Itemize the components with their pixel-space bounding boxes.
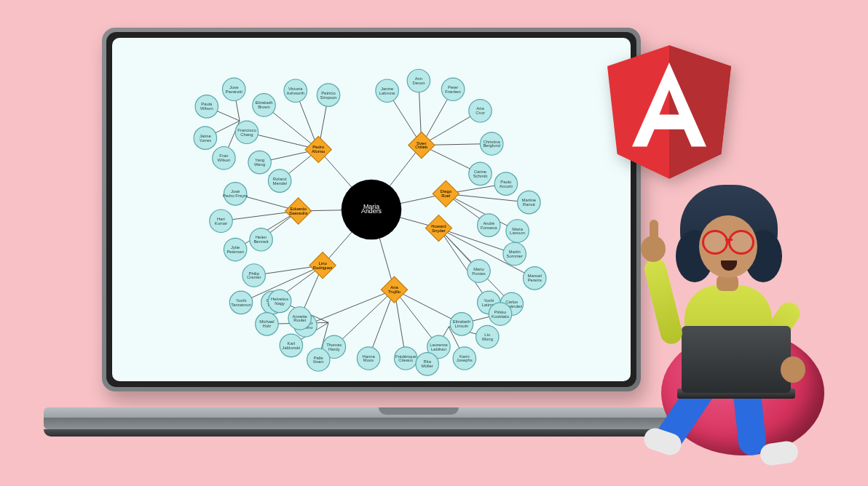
diagram-hub-label: PedroAfonso — [312, 145, 326, 154]
screen-bezel: MariaAndersPedroAfonsoElizabethBrownVict… — [106, 32, 636, 387]
diagram-panel: MariaAndersPedroAfonsoElizabethBrownVict… — [112, 38, 631, 381]
diagram-leaf-label: YangWang — [254, 158, 265, 167]
character-hand-pointing — [641, 236, 666, 262]
diagram-leaf-label: PatricioSimpson — [320, 90, 337, 99]
laptop-screen-shell: MariaAndersPedroAfonsoElizabethBrownVict… — [102, 28, 641, 391]
illustration-stage: MariaAndersPedroAfonsoElizabethBrownVict… — [0, 0, 868, 486]
diagram-leaf-label: MartineRancé — [522, 198, 537, 207]
diagram-leaf-label: JanineLabrune — [379, 86, 395, 95]
diagram-leaf-label: MarioPontes — [472, 266, 485, 275]
diagram-leaf-label: ManuelPereira — [528, 274, 542, 282]
diagram-leaf-label: MariaLarsson — [510, 226, 525, 235]
diagram-leaf-label: ElizabethLincoln — [453, 319, 470, 328]
diagram-hub-label: HowardSnyder — [431, 223, 446, 232]
diagram-leaf-label: HelenBennett — [253, 235, 269, 244]
character-hand — [781, 356, 805, 383]
laptop-device: MariaAndersPedroAfonsoElizabethBrownVict… — [73, 28, 670, 464]
diagram-hub-label: SvenOttlieb — [415, 140, 428, 149]
diagram-leaf-label: LaurenceLebihan — [430, 342, 448, 351]
diagram-leaf-label: PaulaWilson — [200, 102, 213, 111]
diagram-leaf-label: AriaCruz — [476, 106, 484, 115]
diagram-leaf-label: VictoriaAshworth — [286, 86, 304, 95]
diagram-leaf-label: MartinSommer — [507, 250, 523, 258]
diagram-leaf-label: PalleIbsen — [313, 355, 323, 364]
glasses-icon — [699, 230, 757, 250]
diagram-hub-label: DiegoRoel — [441, 189, 452, 198]
diagram-leaf-label: PhilipCramer — [247, 271, 261, 279]
svg-line-26 — [306, 290, 395, 325]
diagram-leaf-label: RolandMendel — [272, 176, 286, 185]
character-on-beanbag — [599, 185, 817, 461]
laptop-notch — [379, 407, 459, 415]
diagram-leaf-label: ThomasHardy — [326, 342, 342, 351]
angular-logo: A — [607, 45, 731, 179]
svg-line-20 — [438, 228, 514, 254]
diagram-leaf-label: CarineSchmitt — [473, 169, 488, 178]
radial-tree-diagram: MariaAndersPedroAfonsoElizabethBrownVict… — [112, 38, 631, 381]
diagram-leaf-label: JaimeYorres — [199, 133, 211, 142]
diagram-leaf-label: HannaMoos — [362, 354, 375, 362]
character-laptop-lid — [682, 326, 791, 393]
diagram-leaf-label: AnnetteRoulet — [293, 314, 308, 322]
diagram-hub-label: EduardoSaavedra — [289, 207, 308, 215]
diagram-center-label: MariaAnders — [361, 203, 382, 215]
svg-line-27 — [334, 290, 395, 347]
diagram-leaf-label: ChristinaBerglund — [483, 139, 500, 148]
diagram-leaf-label: PaoloAccorti — [500, 179, 513, 188]
